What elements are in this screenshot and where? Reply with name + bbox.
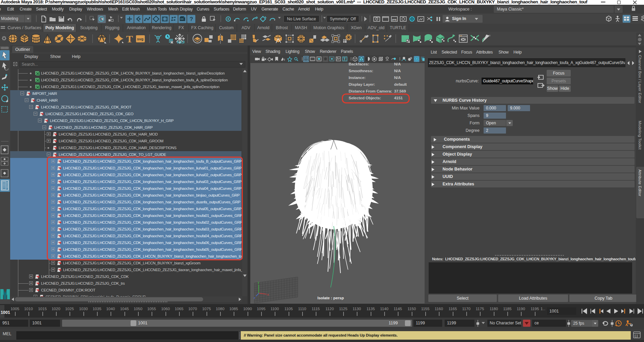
svg-text:x: x bbox=[267, 293, 269, 296]
svg-text:0,0,0: 0,0,0 bbox=[177, 40, 185, 44]
svg-text:?: ? bbox=[190, 16, 193, 22]
svg-text:svg: svg bbox=[137, 37, 143, 41]
svg-text:z: z bbox=[254, 296, 255, 300]
svg-text:{;}: {;} bbox=[635, 334, 638, 338]
svg-text:T: T bbox=[126, 33, 133, 44]
svg-text:y: y bbox=[258, 281, 259, 284]
svg-text:IPR: IPR bbox=[392, 18, 397, 21]
svg-text:T: T bbox=[344, 57, 346, 61]
